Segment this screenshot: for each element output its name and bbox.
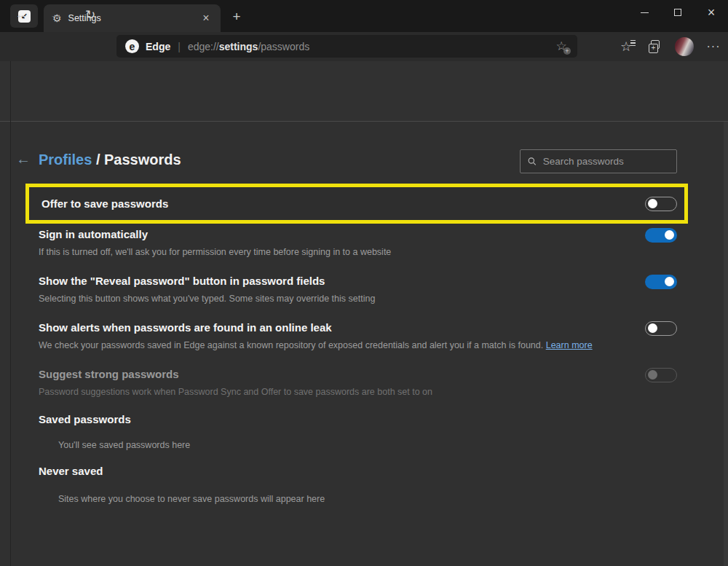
saved-passwords-section-title: Saved passwords [39, 413, 131, 425]
profile-avatar [675, 37, 694, 56]
never-saved-section-title: Never saved [39, 465, 103, 477]
toggle-knob [648, 370, 657, 380]
breadcrumb: Profiles / Passwords [39, 152, 181, 168]
collections-icon: + [649, 40, 662, 53]
toggle-knob [665, 277, 674, 286]
url-text: edge://settings/passwords [188, 41, 553, 52]
maximize-button[interactable] [661, 0, 695, 25]
minimize-button[interactable] [628, 0, 661, 25]
toggle-knob [648, 323, 657, 333]
refresh-button[interactable]: ↻ [79, 3, 102, 26]
browser-tab-settings[interactable]: ⚙ Settings × [44, 4, 221, 32]
passwords-settings-page: ← Profiles / Passwords Offer to save pas… [0, 122, 728, 566]
saved-passwords-empty-text: You'll see saved passwords here [58, 440, 190, 450]
breadcrumb-profiles-link[interactable]: Profiles [39, 152, 92, 168]
search-icon [528, 157, 537, 166]
search-passwords-box[interactable] [520, 149, 677, 173]
url-separator: | [178, 41, 181, 52]
never-saved-empty-text: Sites where you choose to never save pas… [58, 494, 325, 504]
offer-to-save-passwords-row-highlighted: Offer to save passwords [25, 184, 688, 224]
window-left-edge-line [10, 61, 11, 566]
tab-close-icon[interactable]: × [199, 11, 213, 25]
suggest-strong-passwords-toggle [645, 368, 677, 382]
setting-description: Selecting this button shows what you've … [39, 294, 677, 304]
collections-button[interactable]: + [641, 36, 670, 58]
setting-title: Suggest strong passwords [39, 368, 677, 380]
address-bar[interactable]: e Edge | edge://settings/passwords ☆+ [116, 35, 577, 58]
maximize-icon [674, 9, 681, 16]
window-controls: × [628, 0, 728, 25]
setting-description: We check your passwords saved in Edge ag… [39, 340, 677, 350]
toggle-knob [665, 230, 674, 240]
page-scrollbar[interactable] [724, 122, 728, 566]
settings-and-more-button[interactable]: ··· [699, 36, 728, 58]
profile-button[interactable] [670, 36, 699, 58]
url-path: /passwords [258, 41, 309, 52]
back-button[interactable]: ← [10, 3, 33, 26]
learn-more-link[interactable]: Learn more [546, 340, 593, 350]
window-titlebar: ↙ ⚙ Settings × + × [0, 0, 728, 32]
plus-badge-icon: + [563, 47, 571, 55]
add-favorite-button[interactable]: ☆+ [553, 39, 570, 54]
toggle-knob [648, 199, 657, 208]
setting-title: Show alerts when passwords are found in … [39, 321, 677, 334]
breadcrumb-separator: / [92, 152, 104, 168]
close-button[interactable]: × [695, 0, 728, 25]
setting-title: Show the "Reveal password" button in pas… [39, 275, 677, 287]
password-leak-alerts-row: Show alerts when passwords are found in … [39, 321, 677, 350]
reveal-password-toggle[interactable] [645, 275, 677, 289]
url-scheme: edge:// [188, 41, 219, 52]
toolbar-right-icons: ☆ + ··· [612, 35, 728, 58]
suggest-strong-passwords-row: Suggest strong passwords Password sugges… [39, 368, 677, 397]
reveal-password-button-row: Show the "Reveal password" button in pas… [39, 275, 677, 304]
close-icon: × [708, 6, 716, 19]
new-tab-button[interactable]: + [227, 7, 246, 26]
url-highlight: settings [219, 41, 258, 52]
settings-header-band: Settings [0, 61, 728, 122]
breadcrumb-current: Passwords [104, 152, 181, 168]
setting-description: Password suggestions work when Password … [39, 387, 677, 397]
setting-title: Sign in automatically [39, 228, 677, 240]
forward-button[interactable]: → [44, 3, 68, 26]
sign-in-automatically-toggle[interactable] [645, 228, 677, 243]
ellipsis-icon: ··· [707, 40, 721, 53]
password-leak-alerts-toggle[interactable] [645, 321, 677, 336]
site-label: Edge [146, 41, 170, 52]
setting-description: If this is turned off, we'll ask you for… [39, 247, 677, 257]
offer-to-save-passwords-toggle[interactable] [645, 197, 677, 211]
favorites-lines-icon [630, 40, 636, 46]
setting-title: Offer to save passwords [41, 197, 645, 210]
favorites-hub-button[interactable]: ☆ [612, 36, 641, 58]
edge-logo-icon: e [125, 39, 139, 53]
breadcrumb-back-arrow-icon[interactable]: ← [16, 151, 31, 168]
minimize-icon [641, 12, 649, 13]
sign-in-automatically-row: Sign in automatically If this is turned … [39, 228, 677, 257]
search-passwords-input[interactable] [543, 156, 669, 167]
